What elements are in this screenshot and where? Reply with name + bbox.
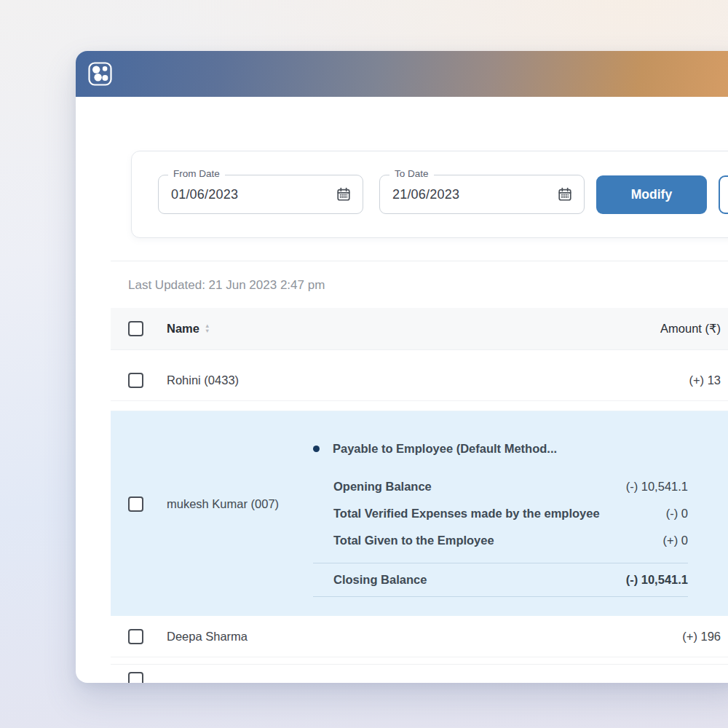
detail-value: (+) 0 xyxy=(663,534,688,547)
app-header-bar xyxy=(76,51,728,97)
detail-label: Total Verified Expenses made by the empl… xyxy=(333,507,600,521)
expanded-row-detail-panel: Payable to Employee (Default Method... O… xyxy=(313,411,688,597)
table-row-partial[interactable] xyxy=(111,664,728,683)
amount-column-header: Amount (₹) xyxy=(660,322,721,336)
to-date-calendar-icon[interactable] xyxy=(557,186,573,202)
closing-balance-value: (-) 10,541.1 xyxy=(626,573,688,587)
row-spacer xyxy=(111,350,728,360)
detail-value: (-) 0 xyxy=(666,507,688,521)
from-date-field[interactable]: From Date 01/06/2023 xyxy=(158,175,363,214)
closing-balance-row: Closing Balance (-) 10,541.1 xyxy=(313,563,688,597)
table-row-rohini[interactable]: Rohini (0433) (+) 13 xyxy=(111,360,728,401)
row-amount: (+) 196 xyxy=(682,630,721,644)
detail-line: Total Verified Expenses made by the empl… xyxy=(313,500,688,527)
secondary-outline-button[interactable] xyxy=(719,175,728,214)
table-header-row: Name ▲▼ Amount (₹) xyxy=(111,308,728,350)
last-updated-text: Last Updated: 21 Jun 2023 2:47 pm xyxy=(128,278,325,292)
row-name: Deepa Sharma xyxy=(167,630,248,644)
bullet-dot-icon xyxy=(313,446,320,452)
detail-line: Total Given to the Employee (+) 0 xyxy=(313,527,688,554)
app-logo-icon xyxy=(88,62,112,86)
from-date-calendar-icon[interactable] xyxy=(336,186,352,202)
status-bar: Last Updated: 21 Jun 2023 2:47 pm xyxy=(111,261,728,308)
table-row-deepa[interactable]: Deepa Sharma (+) 196 xyxy=(111,616,728,657)
to-date-field[interactable]: To Date 21/06/2023 xyxy=(379,175,585,214)
app-window: From Date 01/06/2023 To Date 21/06/2023 xyxy=(76,51,728,683)
detail-line: Opening Balance (-) 10,541.1 xyxy=(313,473,688,500)
row-name: Rohini (0433) xyxy=(167,373,239,387)
detail-label: Opening Balance xyxy=(333,480,432,494)
detail-value: (-) 10,541.1 xyxy=(626,480,688,494)
row-checkbox[interactable] xyxy=(128,496,143,512)
date-filter-card: From Date 01/06/2023 To Date 21/06/2023 xyxy=(131,151,728,238)
name-column-label: Name xyxy=(167,322,199,336)
row-checkbox[interactable] xyxy=(128,373,143,388)
from-date-value: 01/06/2023 xyxy=(171,187,238,202)
row-checkbox[interactable] xyxy=(128,672,143,683)
row-name: mukesh Kumar (007) xyxy=(167,497,279,511)
to-date-value: 21/06/2023 xyxy=(392,187,459,202)
select-all-checkbox[interactable] xyxy=(128,321,143,336)
table-row-mukesh-expanded[interactable]: mukesh Kumar (007) Payable to Employee (… xyxy=(111,411,728,616)
name-column-header[interactable]: Name ▲▼ xyxy=(167,322,210,336)
row-amount: (+) 13 xyxy=(689,373,721,387)
to-date-label: To Date xyxy=(389,168,434,179)
detail-label: Total Given to the Employee xyxy=(333,534,494,547)
payment-method-label: Payable to Employee (Default Method... xyxy=(333,442,557,456)
main-content: From Date 01/06/2023 To Date 21/06/2023 xyxy=(111,151,728,683)
from-date-label: From Date xyxy=(168,168,225,179)
sort-arrows-icon[interactable]: ▲▼ xyxy=(205,324,210,333)
payment-method-row: Payable to Employee (Default Method... xyxy=(313,442,688,456)
expanded-row-name-cell: mukesh Kumar (007) xyxy=(128,411,313,597)
modify-button[interactable]: Modify xyxy=(596,175,707,214)
closing-balance-label: Closing Balance xyxy=(333,573,427,587)
row-checkbox[interactable] xyxy=(128,629,143,644)
